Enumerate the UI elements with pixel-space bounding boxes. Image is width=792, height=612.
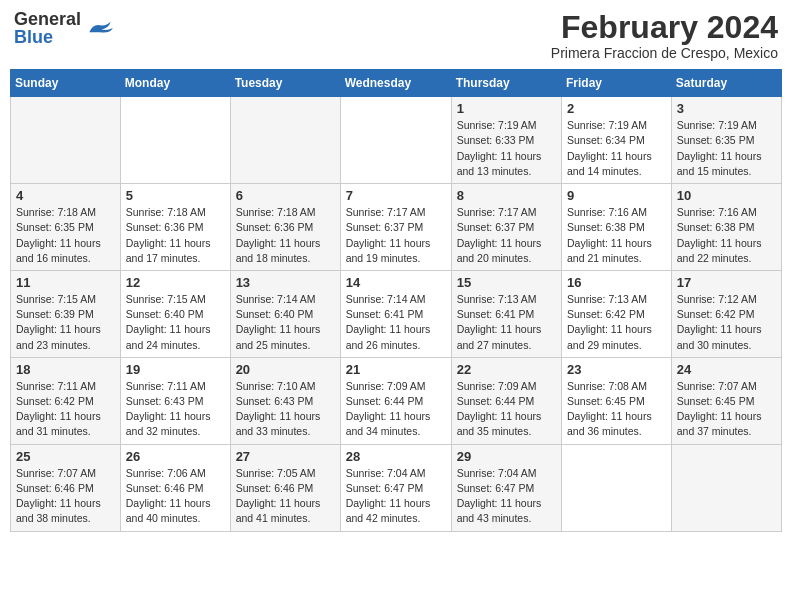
calendar-cell: 24Sunrise: 7:07 AMSunset: 6:45 PMDayligh…	[671, 357, 781, 444]
day-number: 10	[677, 188, 776, 203]
day-info: Sunrise: 7:11 AMSunset: 6:42 PMDaylight:…	[16, 379, 115, 440]
day-info: Sunrise: 7:05 AMSunset: 6:46 PMDaylight:…	[236, 466, 335, 527]
calendar-cell: 4Sunrise: 7:18 AMSunset: 6:35 PMDaylight…	[11, 184, 121, 271]
logo: General Blue	[14, 10, 115, 46]
day-info: Sunrise: 7:17 AMSunset: 6:37 PMDaylight:…	[346, 205, 446, 266]
day-number: 8	[457, 188, 556, 203]
calendar-week-row: 18Sunrise: 7:11 AMSunset: 6:42 PMDayligh…	[11, 357, 782, 444]
day-info: Sunrise: 7:09 AMSunset: 6:44 PMDaylight:…	[457, 379, 556, 440]
calendar-cell	[230, 97, 340, 184]
calendar-cell: 23Sunrise: 7:08 AMSunset: 6:45 PMDayligh…	[562, 357, 672, 444]
calendar-cell: 5Sunrise: 7:18 AMSunset: 6:36 PMDaylight…	[120, 184, 230, 271]
day-number: 22	[457, 362, 556, 377]
day-number: 13	[236, 275, 335, 290]
weekday-header: Sunday	[11, 70, 121, 97]
calendar-cell: 19Sunrise: 7:11 AMSunset: 6:43 PMDayligh…	[120, 357, 230, 444]
day-number: 18	[16, 362, 115, 377]
day-info: Sunrise: 7:14 AMSunset: 6:41 PMDaylight:…	[346, 292, 446, 353]
calendar-cell: 9Sunrise: 7:16 AMSunset: 6:38 PMDaylight…	[562, 184, 672, 271]
calendar-cell: 10Sunrise: 7:16 AMSunset: 6:38 PMDayligh…	[671, 184, 781, 271]
calendar-cell: 27Sunrise: 7:05 AMSunset: 6:46 PMDayligh…	[230, 444, 340, 531]
day-info: Sunrise: 7:18 AMSunset: 6:36 PMDaylight:…	[126, 205, 225, 266]
day-number: 16	[567, 275, 666, 290]
calendar-cell: 25Sunrise: 7:07 AMSunset: 6:46 PMDayligh…	[11, 444, 121, 531]
day-info: Sunrise: 7:06 AMSunset: 6:46 PMDaylight:…	[126, 466, 225, 527]
day-number: 15	[457, 275, 556, 290]
day-number: 20	[236, 362, 335, 377]
calendar-cell: 28Sunrise: 7:04 AMSunset: 6:47 PMDayligh…	[340, 444, 451, 531]
day-info: Sunrise: 7:16 AMSunset: 6:38 PMDaylight:…	[567, 205, 666, 266]
day-info: Sunrise: 7:12 AMSunset: 6:42 PMDaylight:…	[677, 292, 776, 353]
day-info: Sunrise: 7:04 AMSunset: 6:47 PMDaylight:…	[457, 466, 556, 527]
title-section: February 2024 Primera Fraccion de Crespo…	[551, 10, 778, 61]
calendar-cell: 21Sunrise: 7:09 AMSunset: 6:44 PMDayligh…	[340, 357, 451, 444]
calendar-week-row: 1Sunrise: 7:19 AMSunset: 6:33 PMDaylight…	[11, 97, 782, 184]
day-info: Sunrise: 7:19 AMSunset: 6:35 PMDaylight:…	[677, 118, 776, 179]
day-number: 26	[126, 449, 225, 464]
day-info: Sunrise: 7:16 AMSunset: 6:38 PMDaylight:…	[677, 205, 776, 266]
day-number: 12	[126, 275, 225, 290]
day-number: 28	[346, 449, 446, 464]
calendar-cell: 2Sunrise: 7:19 AMSunset: 6:34 PMDaylight…	[562, 97, 672, 184]
calendar-cell: 29Sunrise: 7:04 AMSunset: 6:47 PMDayligh…	[451, 444, 561, 531]
weekday-header: Friday	[562, 70, 672, 97]
day-number: 5	[126, 188, 225, 203]
weekday-header: Saturday	[671, 70, 781, 97]
day-number: 3	[677, 101, 776, 116]
calendar-week-row: 25Sunrise: 7:07 AMSunset: 6:46 PMDayligh…	[11, 444, 782, 531]
day-info: Sunrise: 7:15 AMSunset: 6:40 PMDaylight:…	[126, 292, 225, 353]
calendar-cell: 6Sunrise: 7:18 AMSunset: 6:36 PMDaylight…	[230, 184, 340, 271]
day-number: 14	[346, 275, 446, 290]
day-number: 4	[16, 188, 115, 203]
day-number: 17	[677, 275, 776, 290]
calendar-cell: 20Sunrise: 7:10 AMSunset: 6:43 PMDayligh…	[230, 357, 340, 444]
calendar-cell: 16Sunrise: 7:13 AMSunset: 6:42 PMDayligh…	[562, 270, 672, 357]
logo-blue: Blue	[14, 28, 81, 46]
calendar-week-row: 4Sunrise: 7:18 AMSunset: 6:35 PMDaylight…	[11, 184, 782, 271]
day-info: Sunrise: 7:14 AMSunset: 6:40 PMDaylight:…	[236, 292, 335, 353]
calendar-week-row: 11Sunrise: 7:15 AMSunset: 6:39 PMDayligh…	[11, 270, 782, 357]
day-number: 21	[346, 362, 446, 377]
header: General Blue February 2024 Primera Fracc…	[10, 10, 782, 61]
weekday-header: Wednesday	[340, 70, 451, 97]
day-info: Sunrise: 7:04 AMSunset: 6:47 PMDaylight:…	[346, 466, 446, 527]
day-number: 19	[126, 362, 225, 377]
calendar-cell: 11Sunrise: 7:15 AMSunset: 6:39 PMDayligh…	[11, 270, 121, 357]
calendar-cell: 22Sunrise: 7:09 AMSunset: 6:44 PMDayligh…	[451, 357, 561, 444]
calendar-cell: 12Sunrise: 7:15 AMSunset: 6:40 PMDayligh…	[120, 270, 230, 357]
day-info: Sunrise: 7:07 AMSunset: 6:46 PMDaylight:…	[16, 466, 115, 527]
day-number: 27	[236, 449, 335, 464]
calendar-header-row: SundayMondayTuesdayWednesdayThursdayFrid…	[11, 70, 782, 97]
calendar: SundayMondayTuesdayWednesdayThursdayFrid…	[10, 69, 782, 531]
weekday-header: Thursday	[451, 70, 561, 97]
day-info: Sunrise: 7:13 AMSunset: 6:42 PMDaylight:…	[567, 292, 666, 353]
day-info: Sunrise: 7:09 AMSunset: 6:44 PMDaylight:…	[346, 379, 446, 440]
day-info: Sunrise: 7:11 AMSunset: 6:43 PMDaylight:…	[126, 379, 225, 440]
day-info: Sunrise: 7:07 AMSunset: 6:45 PMDaylight:…	[677, 379, 776, 440]
day-info: Sunrise: 7:15 AMSunset: 6:39 PMDaylight:…	[16, 292, 115, 353]
weekday-header: Monday	[120, 70, 230, 97]
day-number: 29	[457, 449, 556, 464]
day-number: 11	[16, 275, 115, 290]
day-info: Sunrise: 7:18 AMSunset: 6:35 PMDaylight:…	[16, 205, 115, 266]
page-subtitle: Primera Fraccion de Crespo, Mexico	[551, 45, 778, 61]
calendar-cell: 8Sunrise: 7:17 AMSunset: 6:37 PMDaylight…	[451, 184, 561, 271]
logo-general: General	[14, 10, 81, 28]
calendar-cell: 14Sunrise: 7:14 AMSunset: 6:41 PMDayligh…	[340, 270, 451, 357]
calendar-cell: 3Sunrise: 7:19 AMSunset: 6:35 PMDaylight…	[671, 97, 781, 184]
calendar-cell: 1Sunrise: 7:19 AMSunset: 6:33 PMDaylight…	[451, 97, 561, 184]
day-number: 24	[677, 362, 776, 377]
logo-bird-icon	[85, 18, 115, 38]
calendar-cell	[562, 444, 672, 531]
calendar-cell: 15Sunrise: 7:13 AMSunset: 6:41 PMDayligh…	[451, 270, 561, 357]
day-info: Sunrise: 7:19 AMSunset: 6:33 PMDaylight:…	[457, 118, 556, 179]
day-number: 7	[346, 188, 446, 203]
day-info: Sunrise: 7:10 AMSunset: 6:43 PMDaylight:…	[236, 379, 335, 440]
day-number: 9	[567, 188, 666, 203]
day-info: Sunrise: 7:17 AMSunset: 6:37 PMDaylight:…	[457, 205, 556, 266]
calendar-cell: 26Sunrise: 7:06 AMSunset: 6:46 PMDayligh…	[120, 444, 230, 531]
day-number: 23	[567, 362, 666, 377]
calendar-cell	[340, 97, 451, 184]
day-info: Sunrise: 7:18 AMSunset: 6:36 PMDaylight:…	[236, 205, 335, 266]
day-info: Sunrise: 7:08 AMSunset: 6:45 PMDaylight:…	[567, 379, 666, 440]
